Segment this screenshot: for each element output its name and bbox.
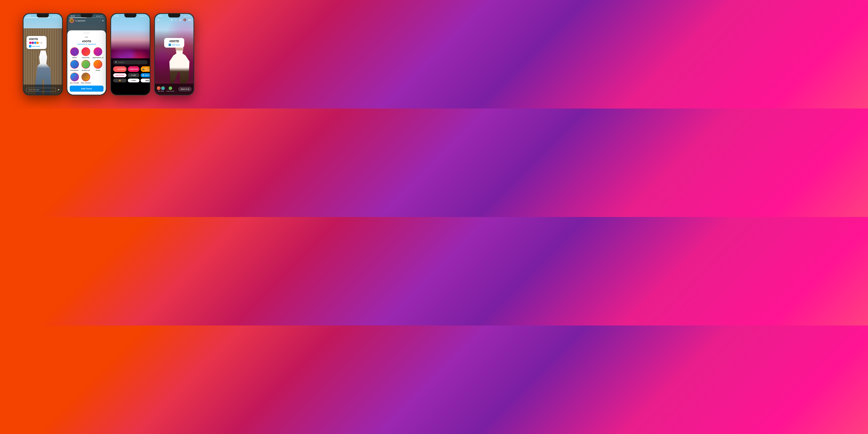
add-yours-label: Add Yours [32,45,40,47]
ootd-sticker-4[interactable]: #OOTD 📷 Add Yours [164,38,184,48]
share-bar: Your Story Close Friends Share To ❯ [155,84,193,95]
send-message-placeholder: Send message [29,89,39,91]
sticker-mention[interactable]: @MENTION [128,66,140,72]
status-bar-1: 12:34 ▲▲▲ ▾ ▪ [24,14,62,17]
modal-subtitle: Started by lil_lapislazuli [70,43,103,45]
modal-user-6[interactable]: eloears [92,60,103,71]
add-yours-icon-4: 📷 [168,43,171,46]
modal-user-3[interactable]: sapphireblues_19 [92,47,103,58]
signal-icon-3: ▲▲▲ [140,15,144,17]
share-to-button[interactable]: Share To ❯ [179,87,191,91]
send-message-input[interactable]: Send message [26,88,56,92]
status-time-3: 12:34 [114,15,118,17]
username-2: heyach2002 [82,57,90,58]
close-icon-4[interactable]: ✕ [157,18,160,22]
send-message-bar: Send message ➤ [24,85,62,95]
search-placeholder: Search [119,61,124,63]
plus-count: +20 [40,42,42,43]
sticker-quiz[interactable]: QUIZ [141,79,150,82]
sticker-emoji[interactable]: 😍 [113,79,127,82]
sticker-icon[interactable]: ◎ [179,19,181,21]
username-8: travis_shreds18 [81,82,91,84]
send-icon[interactable]: ➤ [58,88,60,91]
story-close-icon-2[interactable]: ✕ [102,19,104,22]
poll-icon: ≡ [131,80,132,82]
modal-add-yours-button[interactable]: Add Yours [70,86,103,92]
modal-started-by: Started by [77,43,85,45]
username-1: lofti232 [72,57,77,58]
add-yours-button[interactable]: + Add Yours [29,45,44,48]
sticker-questions[interactable]: QUESTIONS [113,73,127,78]
phone-2-screen: 12:34 ▲▲▲ ▾ ▪ lil_lapislazuli ··· ✕ [67,14,106,95]
phone-4: 12:34 ▲▲▲ ▾ ▪ ✕ ⬇ ☺ ◎ 🔇 Aa [154,13,194,95]
signal-icon: ▲▲▲ [52,15,57,17]
story-more-icon-2[interactable]: ··· [99,20,100,22]
your-story-group[interactable]: Your Story [157,86,165,92]
emoji-picker-icon[interactable]: ☺ [175,19,177,21]
participant-avatars: +20 [29,41,44,44]
gif-label: GIF [133,74,136,76]
phone-4-header: ✕ ⬇ ☺ ◎ 🔇 Aa [155,14,193,23]
user-avatar-5 [82,60,90,69]
sticker-poll[interactable]: ≡ POLL [128,79,140,82]
username-7: dark_emeralds [70,82,79,84]
sticker-picker: 🔍 Search 📍 LOCATION @MENTION 📷 ADD YOURS [111,58,150,95]
stickers-grid: 📍 LOCATION @MENTION 📷 ADD YOURS QUESTION… [113,66,148,82]
text-tool-button[interactable]: Aa [188,19,191,21]
search-icon: 🔍 [115,61,117,63]
hashtag-label: #OOTD [29,38,44,40]
avatar-image-2 [70,19,74,23]
modal-user-8[interactable]: travis_shreds18 [81,72,91,84]
share-to-label: Share To ❯ [181,88,189,90]
phone-3: 12:34 ▲▲▲ ▾ ▪ 🔍 Search [110,13,151,95]
story-progress-2 [69,18,104,18]
username-4: photosbyean [70,69,79,71]
emoji-label: 😍 [119,80,121,82]
modal-dots: ··· [70,35,103,39]
story-progress-fill [26,18,50,18]
close-friends-label: Close Friends [166,90,175,92]
phone-1: lil_lapislazuli 3h ··· ✕ 12:34 ▲▲▲ ▾ ▪ #… [23,13,63,95]
mini-avatar-4 [36,41,39,44]
mute-icon[interactable]: 🔇 [183,19,186,21]
gif-icon: ⊙ [131,74,133,76]
sticker-add-yours[interactable]: 📷 ADD YOURS [141,66,150,72]
add-yours-label-4: Add Yours [172,44,180,46]
user-avatar-1 [70,47,79,56]
your-story-label: Your Story [158,90,164,92]
wifi-icon: ▾ [57,15,58,17]
add-yours-4[interactable]: 📷 Add Yours [167,43,181,46]
modal-user-1[interactable]: lofti232 [70,47,79,58]
ootd-sticker[interactable]: #OOTD +20 + Add Yours [27,36,46,49]
close-friends-avatar [168,86,172,90]
phone-4-screen: 12:34 ▲▲▲ ▾ ▪ ✕ ⬇ ☺ ◎ 🔇 Aa [155,14,193,95]
battery-icon-2: ▪ [102,15,103,17]
download-icon[interactable]: ⬇ [171,19,173,21]
person-body [169,43,189,84]
story-avatar-2[interactable] [69,18,74,23]
user-avatar-8 [82,72,90,82]
add-yours-icon: + [29,45,31,48]
modal-user-7[interactable]: dark_emeralds [70,72,79,84]
sticker-captions[interactable]: 💬 CAPTIONS [141,73,150,78]
sticker-location[interactable]: 📍 LOCATION [113,66,127,72]
modal-user-5[interactable]: amethyst_grl [81,60,91,71]
modal-user-2[interactable]: heyach2002 [81,47,91,58]
close-friends-group[interactable]: Close Friends [166,86,175,92]
modal-handle [84,33,90,33]
captions-label: CAPTIONS [145,74,150,76]
modal-username: lil_lapislazuli [86,43,96,45]
story-progress-fill-2 [69,18,87,18]
modal-user-4[interactable]: photosbyean [70,60,79,71]
sticker-gif[interactable]: ⊙ GIF [128,73,140,78]
story-username-2: lil_lapislazuli [75,20,97,22]
quiz-label: QUIZ [146,80,149,82]
user-avatar-2 [82,47,90,56]
mention-label: @MENTION [129,68,138,70]
username-5: amethyst_grl [82,69,90,71]
wifi-icon-2: ▾ [101,15,102,17]
sticker-search-bar[interactable]: 🔍 Search [113,60,148,64]
hashtag-4: #OOTD [167,39,181,43]
story-progress-bar [26,18,60,18]
username-3: sapphireblues_19 [92,57,103,58]
